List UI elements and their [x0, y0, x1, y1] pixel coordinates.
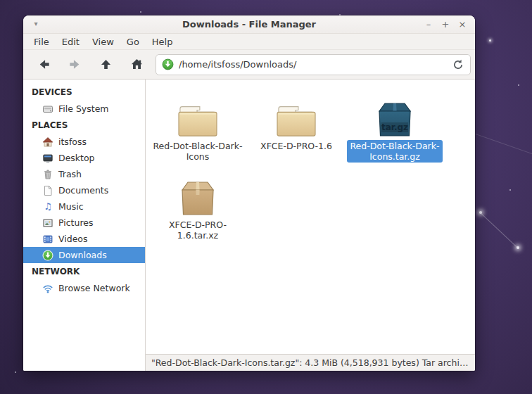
music-note-icon: ♫	[42, 201, 53, 212]
file-item-red-dot-targz[interactable]: tar.gz Red-Dot-Black-Dark-Icons.tar.gz	[346, 89, 444, 168]
sidebar-item-label: Videos	[58, 234, 88, 244]
downloads-folder-icon	[162, 58, 174, 70]
file-item-red-dot-folder[interactable]: Red-Dot-Black-Dark-Icons	[148, 89, 247, 168]
desktop-icon	[42, 153, 53, 164]
menubar: File Edit View Go Help	[23, 34, 475, 49]
sidebar-item-home[interactable]: itsfoss	[23, 134, 145, 150]
sidebar-item-videos[interactable]: Videos	[23, 231, 145, 247]
menu-help[interactable]: Help	[146, 36, 179, 48]
downloads-icon	[42, 250, 53, 261]
sidebar-item-desktop[interactable]: Desktop	[23, 150, 145, 166]
file-label: XFCE-D-PRO-1.6	[258, 140, 335, 152]
sidebar: DEVICES File System PLACES	[23, 80, 146, 371]
sidebar-item-label: Browse Network	[58, 283, 130, 293]
trash-icon	[42, 169, 53, 180]
star	[15, 371, 16, 373]
video-icon	[42, 234, 53, 245]
back-icon	[37, 58, 51, 71]
toolbar: /home/itsfoss/Downloads/	[23, 49, 475, 80]
sidebar-header-devices: DEVICES	[23, 84, 145, 101]
desktop: { "window": { "title": "Downloads - File…	[0, 0, 532, 394]
window-title: Downloads - File Manager	[23, 19, 475, 30]
file-manager-window: ▾ Downloads - File Manager – + × File Ed…	[23, 15, 475, 371]
sidebar-item-documents[interactable]: Documents	[23, 182, 145, 198]
sidebar-item-label: Pictures	[58, 217, 94, 228]
up-button[interactable]	[94, 54, 118, 75]
status-text: "Red-Dot-Black-Dark-Icons.tar.gz": 4.3 M…	[151, 357, 469, 368]
sidebar-item-downloads[interactable]: Downloads	[23, 247, 145, 263]
star	[518, 84, 519, 86]
drive-icon	[42, 103, 53, 115]
file-label: XFCE-D-PRO-1.6.tar.xz	[149, 219, 246, 241]
maximize-button[interactable]: +	[438, 18, 452, 32]
picture-icon	[42, 217, 53, 229]
close-button[interactable]: ×	[455, 18, 469, 32]
star	[489, 39, 491, 42]
sidebar-item-filesystem[interactable]: File System	[23, 101, 145, 117]
menu-file[interactable]: File	[27, 36, 56, 48]
file-pane[interactable]: Red-Dot-Black-Dark-Icons	[146, 80, 475, 354]
archive-targz-icon: tar.gz	[372, 89, 417, 139]
forward-icon	[68, 58, 82, 71]
sidebar-item-pictures[interactable]: Pictures	[23, 215, 145, 231]
file-label: Red-Dot-Black-Dark-Icons	[150, 140, 245, 163]
main-column: Red-Dot-Black-Dark-Icons	[146, 80, 475, 371]
star	[509, 189, 511, 191]
menu-edit[interactable]: Edit	[56, 36, 86, 48]
forward-button[interactable]	[63, 54, 87, 75]
sidebar-header-places: PLACES	[23, 117, 145, 134]
archive-tarxz-icon	[175, 168, 220, 217]
menu-view[interactable]: View	[86, 36, 120, 48]
folder-icon	[176, 89, 220, 139]
minimize-button[interactable]: –	[422, 18, 436, 32]
menu-go[interactable]: Go	[120, 36, 146, 48]
sidebar-item-label: Music	[58, 201, 84, 212]
reload-icon[interactable]	[452, 58, 464, 71]
targz-badge-text: tar.gz	[381, 122, 408, 132]
sidebar-item-label: File System	[58, 103, 109, 114]
sidebar-header-network: NETWORK	[23, 263, 145, 280]
titlebar[interactable]: ▾ Downloads - File Manager – + ×	[23, 15, 475, 34]
star	[140, 11, 141, 13]
window-content: DEVICES File System PLACES	[23, 80, 475, 371]
status-bar: "Red-Dot-Black-Dark-Icons.tar.gz": 4.3 M…	[146, 354, 475, 371]
document-icon	[42, 185, 53, 196]
up-arrow-icon	[99, 58, 113, 71]
sidebar-item-label: Desktop	[58, 153, 95, 163]
sidebar-item-music[interactable]: ♫ Music	[23, 198, 145, 215]
sidebar-item-label: Documents	[58, 185, 108, 196]
sidebar-item-label: Trash	[58, 169, 82, 179]
sidebar-item-browse-network[interactable]: Browse Network	[23, 280, 145, 296]
sidebar-item-label: itsfoss	[58, 136, 87, 147]
sidebar-item-label: Downloads	[58, 250, 107, 260]
constellation-line	[481, 213, 519, 249]
folder-icon	[274, 89, 318, 139]
file-item-xfce-folder[interactable]: XFCE-D-PRO-1.6	[247, 89, 346, 168]
address-bar[interactable]: /home/itsfoss/Downloads/	[156, 54, 471, 75]
path-text[interactable]: /home/itsfoss/Downloads/	[179, 59, 447, 70]
constellation-line	[476, 134, 532, 154]
window-controls: – + ×	[422, 15, 469, 34]
file-label-selected: Red-Dot-Black-Dark-Icons.tar.gz	[347, 140, 442, 163]
home-folder-icon	[42, 136, 53, 148]
home-icon	[130, 58, 144, 71]
home-button[interactable]	[125, 54, 148, 75]
back-button[interactable]	[32, 54, 56, 75]
window-menu-button[interactable]: ▾	[30, 18, 42, 30]
sidebar-item-trash[interactable]: Trash	[23, 166, 145, 182]
file-item-xfce-tarxz[interactable]: XFCE-D-PRO-1.6.tar.xz	[148, 168, 247, 247]
network-wifi-icon	[42, 283, 53, 294]
